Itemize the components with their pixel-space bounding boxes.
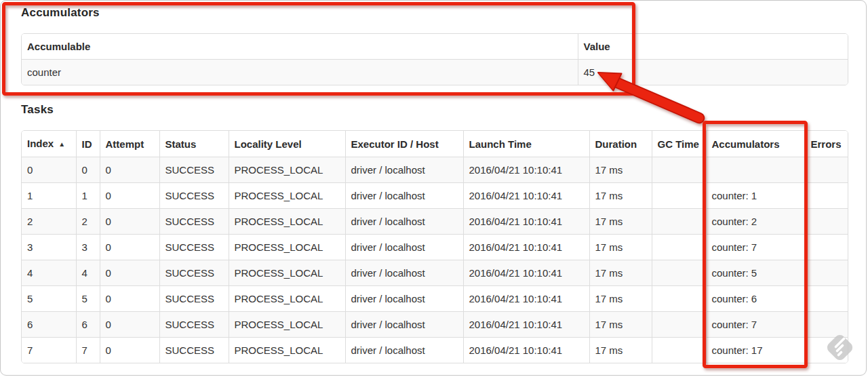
table-cell: 2 bbox=[22, 209, 76, 235]
table-cell bbox=[652, 183, 706, 209]
table-cell bbox=[652, 209, 706, 235]
table-cell bbox=[805, 157, 848, 183]
table-cell: 3 bbox=[76, 235, 100, 260]
table-cell: 2016/04/21 10:10:41 bbox=[463, 157, 589, 183]
table-cell: 2016/04/21 10:10:41 bbox=[463, 260, 589, 286]
table-cell: 6 bbox=[22, 312, 76, 338]
table-cell: counter bbox=[22, 60, 578, 85]
table-cell: 5 bbox=[76, 286, 100, 312]
table-cell: 2 bbox=[76, 209, 100, 235]
table-cell bbox=[805, 312, 848, 338]
table-cell: SUCCESS bbox=[159, 312, 229, 338]
table-cell: 0 bbox=[100, 338, 159, 363]
table-cell: 2016/04/21 10:10:41 bbox=[463, 312, 589, 338]
table-cell bbox=[652, 338, 706, 363]
table-cell: 2016/04/21 10:10:41 bbox=[463, 183, 589, 209]
table-cell: 6 bbox=[76, 312, 100, 338]
table-cell: driver / localhost bbox=[345, 338, 463, 363]
table-cell: PROCESS_LOCAL bbox=[229, 286, 345, 312]
accumulators-table-grid: AccumulableValue counter45 bbox=[22, 34, 848, 85]
table-cell: SUCCESS bbox=[159, 260, 229, 286]
table-cell: driver / localhost bbox=[345, 312, 463, 338]
column-header-locality-level[interactable]: Locality Level bbox=[229, 131, 345, 157]
column-header-value: Value bbox=[578, 34, 848, 60]
table-cell: driver / localhost bbox=[345, 183, 463, 209]
table-cell: PROCESS_LOCAL bbox=[229, 338, 345, 363]
table-cell bbox=[706, 157, 805, 183]
table-cell: PROCESS_LOCAL bbox=[229, 183, 345, 209]
column-header-executor-id-host[interactable]: Executor ID / Host bbox=[345, 131, 463, 157]
column-header-accumulable: Accumulable bbox=[22, 34, 578, 60]
accumulators-table: AccumulableValue counter45 bbox=[21, 33, 848, 85]
table-cell: SUCCESS bbox=[159, 157, 229, 183]
table-row: counter45 bbox=[22, 60, 848, 85]
tasks-section-title: Tasks bbox=[21, 103, 54, 117]
tasks-table: Index▲IDAttemptStatusLocality LevelExecu… bbox=[21, 130, 848, 363]
table-cell: SUCCESS bbox=[159, 183, 229, 209]
table-cell bbox=[805, 209, 848, 235]
table-cell: 3 bbox=[22, 235, 76, 260]
table-cell: driver / localhost bbox=[345, 260, 463, 286]
table-cell bbox=[652, 235, 706, 260]
sort-ascending-icon: ▲ bbox=[58, 140, 65, 148]
table-cell: counter: 7 bbox=[706, 312, 805, 338]
table-cell: driver / localhost bbox=[345, 157, 463, 183]
table-cell: driver / localhost bbox=[345, 286, 463, 312]
table-cell: 17 ms bbox=[589, 312, 652, 338]
table-cell bbox=[652, 286, 706, 312]
column-header-gc-time[interactable]: GC Time bbox=[652, 131, 706, 157]
table-cell: SUCCESS bbox=[159, 338, 229, 363]
table-cell: counter: 6 bbox=[706, 286, 805, 312]
table-cell: 0 bbox=[100, 157, 159, 183]
table-cell: 4 bbox=[76, 260, 100, 286]
column-header-launch-time[interactable]: Launch Time bbox=[463, 131, 589, 157]
table-cell bbox=[805, 183, 848, 209]
tasks-header-row: Index▲IDAttemptStatusLocality LevelExecu… bbox=[22, 131, 848, 157]
table-cell: PROCESS_LOCAL bbox=[229, 157, 345, 183]
table-cell: 0 bbox=[100, 260, 159, 286]
table-cell: 17 ms bbox=[589, 338, 652, 363]
table-cell: 17 ms bbox=[589, 286, 652, 312]
table-cell: 0 bbox=[100, 183, 159, 209]
table-cell: 2016/04/21 10:10:41 bbox=[463, 235, 589, 260]
table-cell: PROCESS_LOCAL bbox=[229, 209, 345, 235]
accumulators-header-row: AccumulableValue bbox=[22, 34, 848, 60]
table-cell: SUCCESS bbox=[159, 235, 229, 260]
table-cell: 17 ms bbox=[589, 260, 652, 286]
table-cell: 0 bbox=[100, 286, 159, 312]
table-cell: driver / localhost bbox=[345, 209, 463, 235]
table-cell: 0 bbox=[100, 312, 159, 338]
table-cell: counter: 1 bbox=[706, 183, 805, 209]
column-header-duration[interactable]: Duration bbox=[589, 131, 652, 157]
table-cell bbox=[805, 260, 848, 286]
column-header-attempt[interactable]: Attempt bbox=[100, 131, 159, 157]
table-row: 770SUCCESSPROCESS_LOCALdriver / localhos… bbox=[22, 338, 848, 363]
table-cell bbox=[805, 235, 848, 260]
table-cell bbox=[652, 312, 706, 338]
table-cell: PROCESS_LOCAL bbox=[229, 235, 345, 260]
table-cell: 17 ms bbox=[589, 183, 652, 209]
column-header-index[interactable]: Index▲ bbox=[22, 131, 76, 157]
table-cell: 7 bbox=[22, 338, 76, 363]
table-row: 550SUCCESSPROCESS_LOCALdriver / localhos… bbox=[22, 286, 848, 312]
table-cell: driver / localhost bbox=[345, 235, 463, 260]
table-cell: SUCCESS bbox=[159, 286, 229, 312]
table-row: 440SUCCESSPROCESS_LOCALdriver / localhos… bbox=[22, 260, 848, 286]
table-cell: 0 bbox=[100, 235, 159, 260]
table-cell: 17 ms bbox=[589, 235, 652, 260]
column-header-accumulators[interactable]: Accumulators bbox=[706, 131, 805, 157]
table-cell: 5 bbox=[22, 286, 76, 312]
table-row: 110SUCCESSPROCESS_LOCALdriver / localhos… bbox=[22, 183, 848, 209]
tasks-table-grid: Index▲IDAttemptStatusLocality LevelExecu… bbox=[22, 131, 848, 363]
column-header-id[interactable]: ID bbox=[76, 131, 100, 157]
table-cell bbox=[652, 157, 706, 183]
table-row: 660SUCCESSPROCESS_LOCALdriver / localhos… bbox=[22, 312, 848, 338]
table-cell bbox=[652, 260, 706, 286]
table-cell: 1 bbox=[22, 183, 76, 209]
column-header-status[interactable]: Status bbox=[159, 131, 229, 157]
table-cell: 17 ms bbox=[589, 157, 652, 183]
table-cell: 45 bbox=[578, 60, 848, 85]
table-cell: 0 bbox=[22, 157, 76, 183]
column-header-errors[interactable]: Errors bbox=[805, 131, 848, 157]
table-cell: 1 bbox=[76, 183, 100, 209]
